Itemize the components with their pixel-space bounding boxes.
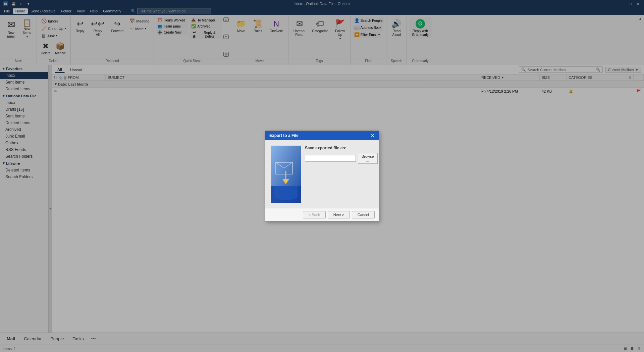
- modal-graphic: [271, 146, 301, 203]
- modal-content: Save exported file as: Browse ...: [305, 146, 378, 203]
- modal-overlay: Export to a File ✕: [0, 0, 644, 352]
- modal-close-button[interactable]: ✕: [371, 133, 375, 138]
- modal-input-area: Browse ...: [305, 153, 378, 164]
- modal-browse-button[interactable]: Browse ...: [358, 153, 378, 164]
- modal-body: Save exported file as: Browse ...: [265, 140, 379, 208]
- export-to-file-modal: Export to a File ✕: [265, 131, 379, 221]
- modal-footer: < Back Next > Cancel: [265, 208, 379, 221]
- modal-image: [271, 146, 301, 203]
- modal-file-input[interactable]: [305, 155, 356, 162]
- modal-title-bar: Export to a File ✕: [265, 131, 379, 140]
- modal-cancel-button[interactable]: Cancel: [352, 211, 375, 218]
- modal-title: Export to a File: [269, 133, 299, 138]
- modal-save-label: Save exported file as:: [305, 146, 378, 150]
- modal-back-button[interactable]: < Back: [303, 211, 326, 218]
- modal-next-button[interactable]: Next >: [328, 211, 350, 218]
